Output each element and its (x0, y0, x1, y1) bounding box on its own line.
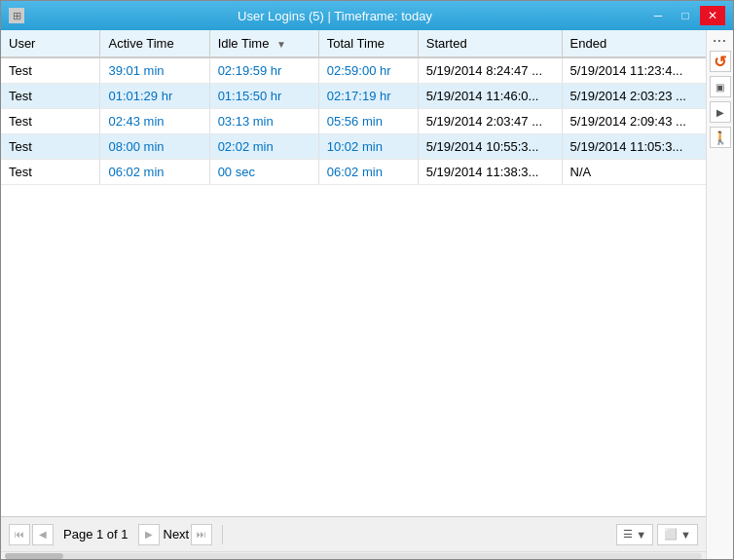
sidebar-person-button[interactable]: 🚶 (710, 127, 731, 148)
col-header-ended[interactable]: Ended (562, 30, 706, 57)
close-button[interactable]: ✕ (700, 6, 725, 25)
pagination-nav: ⏮ ◀ Page 1 of 1 ▶ Next ⏭ (9, 524, 212, 545)
col-header-started[interactable]: Started (418, 30, 562, 57)
first-page-button[interactable]: ⏮ (9, 524, 30, 545)
next-group: ▶ Next ⏭ (138, 524, 213, 545)
title-bar: ⊞ User Logins (5) | Timeframe: today ─ □… (1, 1, 733, 30)
window-controls: ─ □ ✕ (645, 6, 725, 25)
scrollbar-thumb[interactable] (5, 553, 63, 559)
cell-started: 5/19/2014 2:03:47 ... (418, 109, 562, 134)
last-page-button[interactable]: ⏭ (191, 524, 212, 545)
sort-indicator: ▼ (276, 39, 286, 50)
grid-icon: ☰ (623, 528, 633, 541)
export-dropdown-arrow: ▼ (680, 529, 691, 541)
horizontal-scrollbar[interactable] (1, 551, 706, 559)
page-indicator: Page 1 of 1 (63, 527, 128, 541)
view-dropdown-arrow: ▼ (636, 529, 646, 541)
col-header-active[interactable]: Active Time (100, 30, 209, 57)
view-options-button[interactable]: ☰ ▼ (616, 524, 653, 545)
table-row[interactable]: Test02:43 min03:13 min05:56 min5/19/2014… (1, 109, 706, 134)
cell-started: 5/19/2014 11:46:0... (418, 84, 562, 109)
cell-activeTime: 39:01 min (100, 57, 209, 84)
cell-idleTime: 01:15:50 hr (209, 84, 318, 109)
footer-right: ☰ ▼ ⬜ ▼ (616, 524, 698, 545)
sidebar-export-button[interactable]: ▣ (710, 76, 731, 97)
col-header-user[interactable]: User (1, 30, 100, 57)
cell-idleTime: 03:13 min (209, 109, 318, 134)
cell-started: 5/19/2014 11:38:3... (418, 160, 562, 185)
scrollbar-track (5, 553, 702, 559)
cell-activeTime: 02:43 min (100, 109, 209, 134)
logins-table: User Active Time Idle Time ▼ Total Time (1, 30, 706, 185)
cell-ended: 5/19/2014 2:09:43 ... (562, 109, 706, 134)
footer-sep-1 (222, 525, 223, 544)
cell-user: Test (1, 134, 100, 160)
sidebar-arrow-button[interactable]: ▶ (710, 101, 731, 123)
cell-totalTime: 06:02 min (318, 160, 418, 185)
table-row[interactable]: Test39:01 min02:19:59 hr02:59:00 hr5/19/… (1, 57, 706, 84)
cell-started: 5/19/2014 10:55:3... (418, 134, 562, 160)
prev-page-button[interactable]: ◀ (32, 524, 54, 545)
table-row[interactable]: Test08:00 min02:02 min10:02 min5/19/2014… (1, 134, 706, 160)
cell-totalTime: 05:56 min (318, 109, 418, 134)
cell-user: Test (1, 109, 100, 134)
export-button[interactable]: ⬜ ▼ (657, 524, 698, 545)
main-area: User Active Time Idle Time ▼ Total Time (1, 30, 706, 559)
sidebar: ••• ↺ ▣ ▶ 🚶 (706, 30, 733, 559)
cell-activeTime: 01:01:29 hr (100, 84, 209, 109)
cell-user: Test (1, 160, 100, 185)
col-header-idle[interactable]: Idle Time ▼ (209, 30, 318, 57)
col-header-total[interactable]: Total Time (318, 30, 418, 57)
app-icon: ⊞ (9, 8, 24, 23)
next-label: Next (164, 527, 190, 541)
cell-ended: 5/19/2014 2:03:23 ... (562, 84, 706, 109)
cell-ended: N/A (562, 160, 706, 185)
content-area: User Active Time Idle Time ▼ Total Time (1, 30, 733, 559)
sidebar-menu-dots[interactable]: ••• (712, 34, 728, 47)
cell-started: 5/19/2014 8:24:47 ... (418, 57, 562, 84)
table-header-row: User Active Time Idle Time ▼ Total Time (1, 30, 706, 57)
cell-totalTime: 02:17:19 hr (318, 84, 418, 109)
cell-activeTime: 06:02 min (100, 160, 209, 185)
cell-ended: 5/19/2014 11:05:3... (562, 134, 706, 160)
minimize-button[interactable]: ─ (645, 6, 671, 25)
footer: ⏮ ◀ Page 1 of 1 ▶ Next ⏭ ☰ ▼ (1, 516, 706, 551)
main-window: ⊞ User Logins (5) | Timeframe: today ─ □… (0, 0, 734, 560)
cell-idleTime: 00 sec (209, 160, 318, 185)
cell-user: Test (1, 84, 100, 109)
cell-totalTime: 02:59:00 hr (318, 57, 418, 84)
cell-user: Test (1, 57, 100, 84)
export-icon: ⬜ (664, 528, 678, 541)
cell-ended: 5/19/2014 11:23:4... (562, 57, 706, 84)
table-row[interactable]: Test01:01:29 hr01:15:50 hr02:17:19 hr5/1… (1, 84, 706, 109)
table-container[interactable]: User Active Time Idle Time ▼ Total Time (1, 30, 706, 516)
cell-activeTime: 08:00 min (100, 134, 209, 160)
table-row[interactable]: Test06:02 min00 sec06:02 min5/19/2014 11… (1, 160, 706, 185)
cell-idleTime: 02:02 min (209, 134, 318, 160)
next-page-button[interactable]: ▶ (138, 524, 160, 545)
cell-idleTime: 02:19:59 hr (209, 57, 318, 84)
maximize-button[interactable]: □ (673, 6, 698, 25)
refresh-button[interactable]: ↺ (710, 51, 731, 72)
window-title: User Logins (5) | Timeframe: today (24, 9, 645, 23)
cell-totalTime: 10:02 min (318, 134, 418, 160)
